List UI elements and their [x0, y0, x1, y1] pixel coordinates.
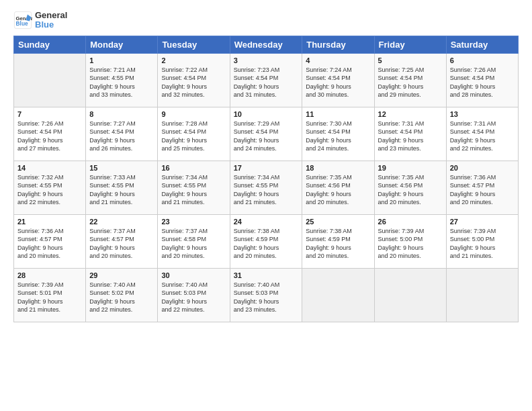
day-number: 20 — [450, 164, 515, 172]
day-number: 11 — [306, 110, 370, 118]
calendar-day: 11Sunrise: 7:30 AM Sunset: 4:54 PM Dayli… — [302, 107, 374, 161]
calendar-day — [302, 268, 374, 322]
logo-text: General — [35, 11, 67, 20]
calendar-day: 5Sunrise: 7:25 AM Sunset: 4:54 PM Daylig… — [374, 53, 446, 107]
calendar-day: 4Sunrise: 7:24 AM Sunset: 4:54 PM Daylig… — [302, 53, 374, 107]
day-info: Sunrise: 7:39 AM Sunset: 5:00 PM Dayligh… — [378, 227, 443, 261]
calendar-week: 14Sunrise: 7:32 AM Sunset: 4:55 PM Dayli… — [14, 161, 519, 214]
calendar-day: 20Sunrise: 7:36 AM Sunset: 4:57 PM Dayli… — [446, 161, 518, 214]
calendar-day: 8Sunrise: 7:27 AM Sunset: 4:54 PM Daylig… — [86, 107, 158, 161]
day-info: Sunrise: 7:23 AM Sunset: 4:54 PM Dayligh… — [234, 66, 299, 99]
weekday-header: Sunday — [14, 36, 86, 53]
day-info: Sunrise: 7:36 AM Sunset: 4:57 PM Dayligh… — [450, 173, 515, 207]
day-number: 27 — [450, 218, 515, 226]
day-number: 29 — [89, 271, 154, 279]
calendar-day: 1Sunrise: 7:21 AM Sunset: 4:55 PM Daylig… — [86, 53, 158, 107]
calendar-day: 25Sunrise: 7:38 AM Sunset: 4:59 PM Dayli… — [302, 214, 374, 268]
day-info: Sunrise: 7:37 AM Sunset: 4:57 PM Dayligh… — [89, 227, 154, 261]
calendar-day: 13Sunrise: 7:31 AM Sunset: 4:54 PM Dayli… — [446, 107, 518, 161]
day-number: 25 — [306, 218, 370, 226]
day-info: Sunrise: 7:21 AM Sunset: 4:55 PM Dayligh… — [89, 66, 154, 99]
calendar-day: 21Sunrise: 7:36 AM Sunset: 4:57 PM Dayli… — [14, 214, 86, 268]
calendar-week: 7Sunrise: 7:26 AM Sunset: 4:54 PM Daylig… — [14, 107, 519, 161]
day-info: Sunrise: 7:31 AM Sunset: 4:54 PM Dayligh… — [378, 120, 443, 153]
day-info: Sunrise: 7:38 AM Sunset: 4:59 PM Dayligh… — [234, 227, 299, 261]
day-info: Sunrise: 7:28 AM Sunset: 4:54 PM Dayligh… — [161, 120, 226, 153]
calendar-day: 29Sunrise: 7:40 AM Sunset: 5:02 PM Dayli… — [86, 268, 158, 322]
day-info: Sunrise: 7:25 AM Sunset: 4:54 PM Dayligh… — [378, 66, 443, 99]
day-number: 5 — [378, 56, 443, 64]
calendar-day: 16Sunrise: 7:34 AM Sunset: 4:55 PM Dayli… — [158, 161, 230, 214]
calendar-day: 7Sunrise: 7:26 AM Sunset: 4:54 PM Daylig… — [14, 107, 86, 161]
day-number: 22 — [89, 218, 154, 226]
calendar-day: 14Sunrise: 7:32 AM Sunset: 4:55 PM Dayli… — [14, 161, 86, 214]
day-info: Sunrise: 7:32 AM Sunset: 4:55 PM Dayligh… — [17, 173, 82, 207]
day-number: 16 — [161, 164, 226, 172]
svg-text:Blue: Blue — [16, 21, 28, 28]
calendar-day: 19Sunrise: 7:35 AM Sunset: 4:56 PM Dayli… — [374, 161, 446, 214]
day-info: Sunrise: 7:31 AM Sunset: 4:54 PM Dayligh… — [450, 120, 515, 153]
day-info: Sunrise: 7:38 AM Sunset: 4:59 PM Dayligh… — [306, 227, 370, 261]
day-number: 3 — [234, 56, 299, 64]
weekday-header: Wednesday — [230, 36, 302, 53]
day-number: 8 — [89, 110, 154, 118]
calendar-day: 28Sunrise: 7:39 AM Sunset: 5:01 PM Dayli… — [14, 268, 86, 322]
calendar-day: 10Sunrise: 7:29 AM Sunset: 4:54 PM Dayli… — [230, 107, 302, 161]
day-number: 21 — [17, 218, 82, 226]
day-number: 28 — [17, 271, 82, 279]
calendar-table: SundayMondayTuesdayWednesdayThursdayFrid… — [13, 36, 519, 322]
day-number: 14 — [17, 164, 82, 172]
day-number: 30 — [161, 271, 226, 279]
day-number: 13 — [450, 110, 515, 118]
logo: General Blue General Blue — [13, 11, 67, 30]
day-info: Sunrise: 7:35 AM Sunset: 4:56 PM Dayligh… — [306, 173, 370, 207]
day-info: Sunrise: 7:35 AM Sunset: 4:56 PM Dayligh… — [378, 173, 443, 207]
day-info: Sunrise: 7:40 AM Sunset: 5:02 PM Dayligh… — [89, 281, 154, 314]
calendar-body: 1Sunrise: 7:21 AM Sunset: 4:55 PM Daylig… — [14, 53, 519, 322]
day-number: 2 — [161, 56, 226, 64]
calendar-day: 18Sunrise: 7:35 AM Sunset: 4:56 PM Dayli… — [302, 161, 374, 214]
calendar-day: 22Sunrise: 7:37 AM Sunset: 4:57 PM Dayli… — [86, 214, 158, 268]
day-number: 12 — [378, 110, 443, 118]
day-number: 23 — [161, 218, 226, 226]
weekday-header: Saturday — [446, 36, 518, 53]
calendar-day: 12Sunrise: 7:31 AM Sunset: 4:54 PM Dayli… — [374, 107, 446, 161]
calendar-week: 21Sunrise: 7:36 AM Sunset: 4:57 PM Dayli… — [14, 214, 519, 268]
day-number: 24 — [234, 218, 299, 226]
weekday-header: Friday — [374, 36, 446, 53]
calendar-day: 31Sunrise: 7:40 AM Sunset: 5:03 PM Dayli… — [230, 268, 302, 322]
day-info: Sunrise: 7:26 AM Sunset: 4:54 PM Dayligh… — [450, 66, 515, 99]
calendar-day: 17Sunrise: 7:34 AM Sunset: 4:55 PM Dayli… — [230, 161, 302, 214]
day-info: Sunrise: 7:40 AM Sunset: 5:03 PM Dayligh… — [161, 281, 226, 314]
day-info: Sunrise: 7:39 AM Sunset: 5:01 PM Dayligh… — [17, 281, 82, 314]
day-info: Sunrise: 7:29 AM Sunset: 4:54 PM Dayligh… — [234, 120, 299, 153]
day-info: Sunrise: 7:36 AM Sunset: 4:57 PM Dayligh… — [17, 227, 82, 261]
day-info: Sunrise: 7:27 AM Sunset: 4:54 PM Dayligh… — [89, 120, 154, 153]
day-number: 31 — [234, 271, 299, 279]
day-info: Sunrise: 7:33 AM Sunset: 4:55 PM Dayligh… — [89, 173, 154, 207]
day-number: 17 — [234, 164, 299, 172]
day-info: Sunrise: 7:22 AM Sunset: 4:54 PM Dayligh… — [161, 66, 226, 99]
calendar-header: SundayMondayTuesdayWednesdayThursdayFrid… — [14, 36, 519, 53]
calendar-day: 3Sunrise: 7:23 AM Sunset: 4:54 PM Daylig… — [230, 53, 302, 107]
day-number: 9 — [161, 110, 226, 118]
day-info: Sunrise: 7:40 AM Sunset: 5:03 PM Dayligh… — [234, 281, 299, 314]
weekday-header: Tuesday — [158, 36, 230, 53]
calendar-day: 23Sunrise: 7:37 AM Sunset: 4:58 PM Dayli… — [158, 214, 230, 268]
calendar-day: 24Sunrise: 7:38 AM Sunset: 4:59 PM Dayli… — [230, 214, 302, 268]
day-info: Sunrise: 7:34 AM Sunset: 4:55 PM Dayligh… — [234, 173, 299, 207]
calendar-day: 2Sunrise: 7:22 AM Sunset: 4:54 PM Daylig… — [158, 53, 230, 107]
day-number: 7 — [17, 110, 82, 118]
day-info: Sunrise: 7:37 AM Sunset: 4:58 PM Dayligh… — [161, 227, 226, 261]
day-info: Sunrise: 7:24 AM Sunset: 4:54 PM Dayligh… — [306, 66, 370, 99]
day-number: 1 — [89, 56, 154, 64]
calendar-week: 1Sunrise: 7:21 AM Sunset: 4:55 PM Daylig… — [14, 53, 519, 107]
header: General Blue General Blue — [13, 11, 519, 30]
calendar-week: 28Sunrise: 7:39 AM Sunset: 5:01 PM Dayli… — [14, 268, 519, 322]
day-number: 18 — [306, 164, 370, 172]
calendar-day: 15Sunrise: 7:33 AM Sunset: 4:55 PM Dayli… — [86, 161, 158, 214]
day-info: Sunrise: 7:34 AM Sunset: 4:55 PM Dayligh… — [161, 173, 226, 207]
calendar-day: 30Sunrise: 7:40 AM Sunset: 5:03 PM Dayli… — [158, 268, 230, 322]
day-number: 26 — [378, 218, 443, 226]
calendar-day — [374, 268, 446, 322]
